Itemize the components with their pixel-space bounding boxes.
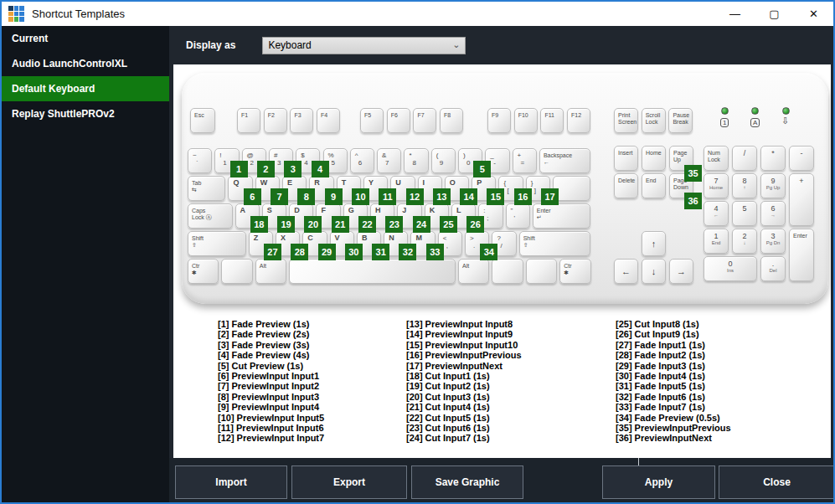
shortcut-item: [32] Fade Input6 (1s) bbox=[616, 392, 808, 402]
sidebar-item-replay-shuttleprov2[interactable]: Replay ShuttlePROv2 bbox=[2, 101, 169, 126]
numpad-1end: 1End bbox=[704, 229, 729, 254]
display-as-label: Display as bbox=[186, 39, 235, 51]
display-as-value: Keyboard bbox=[268, 39, 311, 51]
key-badge-36: 36 bbox=[684, 193, 702, 209]
sidebar-item-default-keyboard[interactable]: Default Keyboard bbox=[2, 76, 169, 101]
key-ctr: Ctr✱ bbox=[188, 259, 219, 284]
key-badge-14: 14 bbox=[460, 188, 477, 205]
arrow-left-key: ← bbox=[614, 259, 638, 284]
shortcut-column-3: [25] Cut Input8 (1s)[26] Cut Input9 (1s)… bbox=[616, 319, 808, 444]
shortcut-item: [29] Fade Input3 (1s) bbox=[616, 361, 808, 371]
shortcut-item: [28] Fade Input2 (1s) bbox=[616, 350, 808, 360]
numpad-6: 6→ bbox=[760, 201, 786, 226]
numpad-key: - bbox=[789, 146, 814, 171]
key-badge-10: 10 bbox=[352, 188, 369, 205]
app-icon-cell bbox=[19, 17, 24, 22]
key-badge-11: 11 bbox=[379, 188, 396, 205]
led-indicator bbox=[721, 107, 729, 115]
shortcut-item: [8] PreviewInput Input3 bbox=[218, 392, 410, 402]
key-f12: F12 bbox=[567, 108, 590, 133]
import-button[interactable]: Import bbox=[175, 465, 287, 499]
key-f11: F11 bbox=[540, 108, 564, 133]
led-indicator bbox=[751, 107, 759, 115]
key-f8: F8 bbox=[440, 108, 463, 133]
shortcut-item: [23] Cut Input6 (1s) bbox=[406, 423, 599, 433]
key-tab: Tab⇆ bbox=[188, 176, 225, 201]
numpad-0ins: 0Ins bbox=[704, 256, 757, 281]
key-badge-15: 15 bbox=[487, 188, 504, 205]
key-ctr: Ctr✱ bbox=[559, 259, 590, 284]
nav-home: Home bbox=[642, 146, 666, 171]
sidebar-item-audio-launchcontrolxl[interactable]: Audio LaunchControlXL bbox=[2, 51, 169, 76]
save-graphic-button[interactable]: Save Graphic bbox=[411, 465, 523, 499]
key-esc: Esc bbox=[190, 108, 215, 133]
key-shift: Shift⇧ bbox=[188, 231, 246, 256]
caps-lock-icon: A bbox=[750, 118, 760, 127]
key-badge-3: 3 bbox=[284, 161, 302, 177]
key-badge-20: 20 bbox=[304, 216, 322, 233]
key-capslock: CapsLock Ⓐ bbox=[188, 203, 233, 229]
key-6: ^6 bbox=[350, 148, 374, 173]
shortcut-item: [3] Fade Preview (3s) bbox=[218, 340, 410, 350]
numpad-enter: Enter bbox=[789, 229, 814, 281]
key-badge-34: 34 bbox=[480, 244, 497, 260]
arrow-up-key: ↑ bbox=[642, 231, 666, 256]
numpad-numlock: NumLock bbox=[704, 146, 729, 171]
shortcut-item: [2] Fade Preview (2s) bbox=[218, 329, 410, 339]
key-badge-33: 33 bbox=[426, 244, 444, 260]
key-alt: Alt bbox=[458, 259, 489, 284]
shortcut-item: [13] PreviewInput Input8 bbox=[406, 319, 599, 329]
key-blank bbox=[289, 259, 456, 284]
key-f2: F2 bbox=[264, 108, 287, 133]
key-enter: Enter↵ bbox=[533, 203, 591, 229]
app-icon bbox=[8, 6, 24, 22]
shortcut-item: [14] PreviewInput Input9 bbox=[406, 329, 599, 339]
shortcut-item: [20] Cut Input3 (1s) bbox=[406, 392, 599, 402]
shortcut-item: [7] PreviewInput Input2 bbox=[218, 381, 410, 391]
shortcut-item: [10] PreviewInput Input5 bbox=[218, 413, 410, 423]
key-badge-7: 7 bbox=[271, 188, 288, 205]
close-button[interactable]: Close bbox=[719, 465, 835, 499]
key-f6: F6 bbox=[387, 108, 410, 133]
key-badge-1: 1 bbox=[230, 161, 248, 177]
apply-button[interactable]: Apply bbox=[602, 465, 715, 499]
shortcut-item: [5] Cut Preview (1s) bbox=[218, 361, 410, 371]
key-badge-2: 2 bbox=[257, 161, 275, 177]
window-controls: — ▢ ✕ bbox=[715, 2, 833, 26]
maximize-icon[interactable]: ▢ bbox=[755, 2, 794, 26]
numpad-5: 5 bbox=[732, 201, 757, 226]
key-badge-25: 25 bbox=[440, 216, 457, 233]
minimize-icon[interactable]: — bbox=[715, 2, 755, 26]
shortcut-templates-window: Shortcut Templates — ▢ ✕ CurrentAudio La… bbox=[0, 0, 835, 504]
app-icon-cell bbox=[8, 17, 13, 22]
sidebar-item-current[interactable]: Current bbox=[2, 26, 169, 51]
key-f1: F1 bbox=[237, 108, 260, 133]
shortcut-item: [18] Cut Input1 (1s) bbox=[406, 371, 599, 381]
key-badge-28: 28 bbox=[291, 244, 308, 260]
shortcut-item: [24] Cut Input7 (1s) bbox=[406, 433, 599, 443]
shortcut-item: [27] Fade Input1 (1s) bbox=[616, 340, 808, 350]
shortcut-item: [33] Fade Input7 (1s) bbox=[616, 402, 808, 412]
numpad-del: .Del bbox=[760, 256, 786, 281]
app-icon-cell bbox=[14, 6, 19, 11]
key-f3: F3 bbox=[290, 108, 313, 133]
key-f10: F10 bbox=[514, 108, 538, 133]
key-badge-29: 29 bbox=[318, 244, 336, 260]
display-as-dropdown[interactable]: Keyboard ⌄ bbox=[262, 37, 466, 54]
close-icon[interactable]: ✕ bbox=[794, 2, 833, 26]
key-f4: F4 bbox=[317, 108, 340, 133]
nav-insert: Insert bbox=[614, 146, 638, 171]
chevron-down-icon: ⌄ bbox=[452, 39, 460, 50]
shortcut-item: [11] PreviewInput Input6 bbox=[218, 423, 410, 433]
shortcut-item: [22] Cut Input5 (1s) bbox=[406, 413, 599, 423]
key-f9: F9 bbox=[487, 108, 511, 133]
app-icon-cell bbox=[14, 17, 19, 22]
key-badge-19: 19 bbox=[277, 216, 295, 233]
key-badge-16: 16 bbox=[514, 188, 532, 205]
export-button[interactable]: Export bbox=[291, 465, 407, 499]
topbar: Display as Keyboard ⌄ bbox=[169, 26, 833, 64]
numpad-2: 2↓ bbox=[732, 229, 757, 254]
key-7: &7 bbox=[377, 148, 401, 173]
key-key: ~` bbox=[188, 148, 212, 173]
shortcut-item: [35] PreviewInputPrevious bbox=[616, 423, 808, 433]
